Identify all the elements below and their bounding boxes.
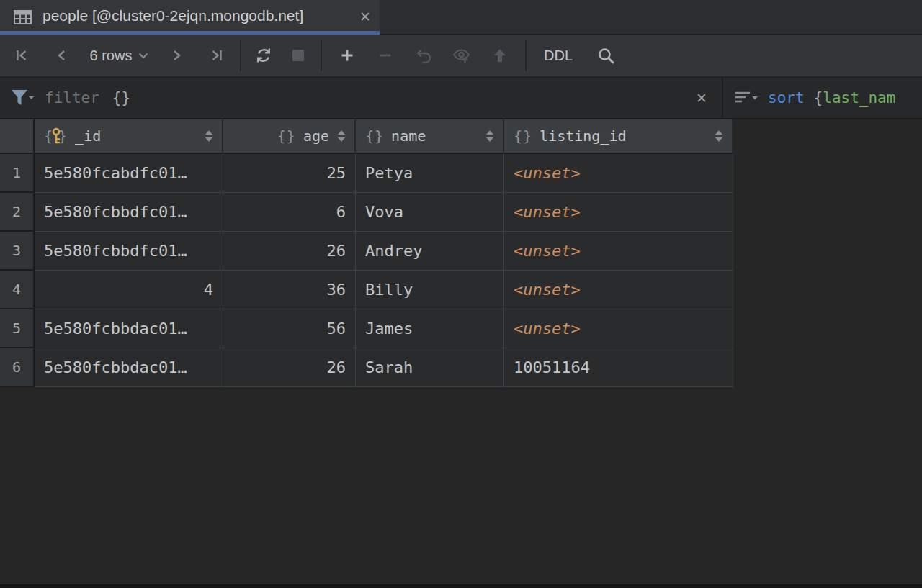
cell-name[interactable]: Billy — [356, 271, 504, 309]
edit-group — [322, 35, 525, 76]
column-name: age — [303, 127, 329, 145]
column-header-age[interactable]: {}age — [223, 119, 356, 154]
tab-title: people [@cluster0-2ejqn.mongodb.net] — [42, 7, 303, 24]
eye-upload-icon[interactable] — [449, 42, 475, 68]
cell-listing_id[interactable]: <unset> — [504, 271, 733, 309]
column-header-listing_id[interactable]: {}listing_id — [504, 119, 733, 154]
tab-close-icon[interactable]: ✕ — [359, 9, 371, 25]
cell-listing_id[interactable]: <unset> — [504, 309, 733, 348]
cell-_id[interactable]: 5e580fcabdfc01… — [35, 154, 223, 193]
ddl-button[interactable]: DDL — [544, 48, 573, 64]
sort-lines-icon[interactable] — [733, 89, 759, 107]
braces-icon: {} — [277, 127, 296, 145]
cell-_id[interactable]: 5e580fcbbdfc01… — [35, 193, 223, 232]
cell-_id[interactable]: 5e580fcbbdac01… — [35, 348, 223, 387]
page-size-label: 6 rows — [90, 48, 133, 64]
upload-arrow-icon[interactable] — [487, 42, 513, 68]
braces-icon: {} — [365, 127, 384, 145]
cell-name[interactable]: Vova — [356, 193, 504, 232]
cell-age[interactable]: 25 — [223, 154, 356, 193]
next-page-icon[interactable] — [164, 42, 189, 68]
stop-icon[interactable] — [285, 42, 311, 68]
sort-label[interactable]: sort — [768, 89, 805, 107]
row-number[interactable]: 5 — [0, 309, 35, 348]
misc-group: DDL — [527, 35, 619, 76]
editor-tab-bar: people [@cluster0-2ejqn.mongodb.net] ✕ — [0, 0, 922, 35]
table-row: 55e580fcbbdac01…56James<unset> — [0, 309, 733, 348]
cell-_id[interactable]: 5e580fcbbdfc01… — [35, 232, 223, 271]
sort-arrows-icon[interactable] — [205, 130, 212, 142]
minus-icon[interactable] — [372, 42, 398, 68]
sort-expression[interactable]: last_nam — [823, 89, 895, 107]
page-size-dropdown[interactable]: 6 rows — [90, 48, 149, 64]
sort-arrows-icon[interactable] — [486, 130, 493, 142]
active-tab-indicator — [0, 31, 380, 35]
cell-age[interactable]: 36 — [223, 271, 356, 309]
cell-_id[interactable]: 4 — [35, 271, 223, 309]
previous-page-icon[interactable] — [49, 42, 75, 68]
cell-listing_id[interactable]: 10051164 — [504, 348, 733, 387]
window-bottom-edge — [0, 584, 922, 588]
table-row: 25e580fcbbdfc01…6Vova<unset> — [0, 193, 733, 232]
row-number[interactable]: 4 — [0, 271, 35, 309]
first-page-icon[interactable] — [9, 42, 35, 68]
cell-age[interactable]: 26 — [223, 232, 356, 271]
table-body: 15e580fcabdfc01…25Petya<unset>25e580fcbb… — [0, 154, 733, 387]
table-grid-icon — [13, 9, 32, 26]
cell-_id[interactable]: 5e580fcbbdac01… — [35, 309, 223, 348]
data-editor-toolbar: 6 rows — [0, 35, 922, 78]
cell-listing_id[interactable]: <unset> — [504, 154, 733, 193]
column-name: _id — [75, 127, 101, 145]
reload-group — [241, 35, 321, 76]
cell-name[interactable]: James — [356, 309, 504, 348]
filter-label[interactable]: filter — [45, 89, 99, 107]
refresh-icon[interactable] — [251, 42, 277, 68]
plus-icon[interactable] — [334, 42, 360, 68]
row-number[interactable]: 3 — [0, 232, 35, 271]
data-grid: {}_id{}age{}name{}listing_id 15e580fcabd… — [0, 119, 733, 387]
row-number[interactable]: 1 — [0, 154, 35, 193]
table-header-row: {}_id{}age{}name{}listing_id — [0, 119, 733, 154]
chevron-down-icon — [138, 53, 148, 59]
filter-funnel-icon[interactable] — [10, 89, 35, 107]
tab-people[interactable]: people [@cluster0-2ejqn.mongodb.net] ✕ — [0, 0, 380, 35]
cell-age[interactable]: 26 — [223, 348, 356, 387]
filter-value[interactable]: {} — [112, 89, 130, 107]
table-row: 4436Billy<unset> — [0, 271, 733, 309]
row-number[interactable]: 2 — [0, 193, 35, 232]
column-name: listing_id — [540, 127, 626, 145]
search-icon[interactable] — [593, 42, 619, 68]
cell-name[interactable]: Andrey — [356, 232, 504, 271]
sort-open-brace: { — [814, 89, 823, 107]
last-page-icon[interactable] — [204, 42, 230, 68]
cell-name[interactable]: Sarah — [356, 348, 504, 387]
gutter-header-cell — [0, 119, 35, 154]
filter-sort-row: filter {} ✕ sort { last_nam — [0, 78, 922, 119]
column-name: name — [391, 127, 426, 145]
cell-age[interactable]: 6 — [223, 193, 356, 232]
sort-arrows-icon[interactable] — [338, 130, 345, 142]
column-header-name[interactable]: {}name — [356, 119, 504, 154]
cell-name[interactable]: Petya — [356, 154, 504, 193]
undo-icon[interactable] — [411, 42, 437, 68]
braces-key-icon: {} — [44, 127, 68, 145]
table-row: 65e580fcbbdac01…26Sarah10051164 — [0, 348, 733, 387]
table-row: 35e580fcbbdfc01…26Andrey<unset> — [0, 232, 733, 271]
table-row: 15e580fcabdfc01…25Petya<unset> — [0, 154, 733, 193]
column-header-_id[interactable]: {}_id — [35, 119, 223, 154]
sort-pane[interactable]: sort { last_nam — [722, 78, 922, 118]
cell-listing_id[interactable]: <unset> — [504, 232, 733, 271]
sort-arrows-icon[interactable] — [715, 130, 722, 142]
clear-filter-icon[interactable]: ✕ — [696, 90, 707, 107]
cell-listing_id[interactable]: <unset> — [504, 193, 733, 232]
braces-icon: {} — [514, 127, 532, 145]
app-window: people [@cluster0-2ejqn.mongodb.net] ✕ 6… — [0, 0, 922, 387]
cell-age[interactable]: 56 — [223, 309, 356, 348]
filter-pane[interactable]: filter {} ✕ — [0, 78, 722, 118]
row-number[interactable]: 6 — [0, 348, 35, 387]
pagination-group: 6 rows — [0, 35, 240, 76]
